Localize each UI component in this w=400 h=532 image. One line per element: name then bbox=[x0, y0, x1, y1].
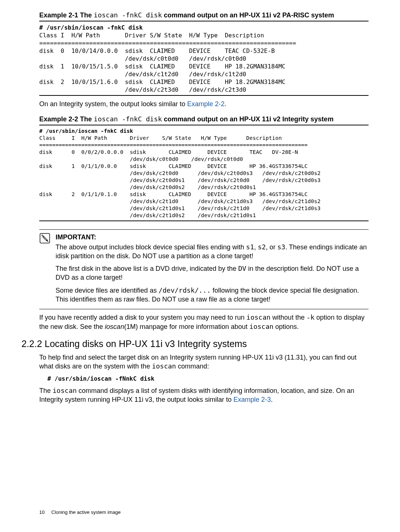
ai-c3: ioscan bbox=[249, 323, 273, 330]
sec-p2-c: ioscan bbox=[53, 387, 77, 394]
ex1-output-block: # /usr/sbin/ioscan -fnkC disk Class I H/… bbox=[39, 24, 369, 94]
ex1-cmd: # /usr/sbin/ioscan -fnkC disk bbox=[39, 24, 143, 31]
imp-p1-b: , bbox=[254, 243, 258, 251]
ex2-cmd: # /usr/sbin/ioscan -fnkC disk bbox=[39, 128, 133, 134]
imp-p3-a: Some device files are identified as bbox=[56, 287, 159, 294]
imp-rule-bottom bbox=[39, 309, 369, 309]
example-2-1-title: Example 2-1 The ioscan -fnkC disk comman… bbox=[39, 11, 369, 19]
imp-p1-a: The above output includes block device s… bbox=[56, 243, 246, 251]
ex2-output: Class I H/W Path Driver S/W State H/W Ty… bbox=[39, 135, 321, 218]
ai-c2: -k bbox=[306, 313, 314, 321]
ai-d: (1M) manpage for more information about bbox=[124, 323, 249, 330]
footer-chapter-title: Cloning the active system image bbox=[51, 509, 120, 515]
after-imp-para: If you have recently added a disk to you… bbox=[39, 313, 369, 331]
ex2-title-suffix: command output on an HP-UX 11i v2 Integr… bbox=[162, 115, 333, 123]
ai-e: options. bbox=[273, 323, 299, 330]
sec-p2-link[interactable]: Example 2-3 bbox=[233, 396, 271, 403]
imp-rule-top bbox=[39, 229, 369, 230]
imp-p3-c: /dev/rdsk/... bbox=[159, 286, 211, 294]
important-block: IMPORTANT: The above output includes blo… bbox=[39, 233, 369, 307]
imp-p1: The above output includes block device s… bbox=[56, 243, 369, 261]
imp-p3: Some device files are identified as /dev… bbox=[56, 286, 369, 304]
ex1-title-suffix: command output on an HP-UX 11i v2 PA-RIS… bbox=[162, 11, 334, 19]
sec-p2-a: The bbox=[39, 387, 53, 394]
ex1-rule-top bbox=[39, 21, 369, 21]
sec-cmd: # /usr/sbin/ioscan -fNnkC disk bbox=[47, 375, 369, 383]
sec-p2-d: . bbox=[271, 396, 273, 403]
ex1-rule-bottom bbox=[39, 95, 369, 96]
imp-p1-c: , or bbox=[266, 243, 277, 251]
ex2-rule-bottom bbox=[39, 220, 369, 221]
ai-it: ioscan bbox=[105, 323, 124, 330]
svg-rect-0 bbox=[40, 233, 50, 243]
imp-p1-c1: s1 bbox=[246, 243, 254, 251]
ex1-output: Class I H/W Path Driver S/W State H/W Ty… bbox=[39, 32, 296, 93]
sec-p2: The ioscan command displays a list of sy… bbox=[39, 386, 369, 404]
imp-p1-c3: s3 bbox=[277, 243, 286, 251]
ai-a: If you have recently added a disk to you… bbox=[39, 314, 246, 321]
example-2-2-title: Example 2-2 The ioscan -fnkC disk comman… bbox=[39, 115, 369, 123]
ai-c1: ioscan bbox=[246, 313, 270, 321]
inter1-link[interactable]: Example 2-2 bbox=[187, 100, 224, 108]
inter1-post: . bbox=[224, 100, 226, 108]
imp-p1-c2: s2 bbox=[258, 243, 266, 251]
ex2-title-prefix: Example 2-2 The bbox=[39, 115, 94, 123]
sec-p1-b: command: bbox=[176, 363, 209, 370]
ex1-title-prefix: Example 2-1 The bbox=[39, 11, 94, 19]
ex2-rule-top bbox=[39, 125, 369, 125]
imp-p2-c: DV bbox=[238, 265, 246, 272]
ex2-output-block: # /usr/sbin/ioscan -fnkC disk Class I H/… bbox=[39, 128, 369, 219]
inter-para-1: On an Integrity system, the output looks… bbox=[39, 100, 369, 108]
imp-p2-a: The first disk in the above list is a DV… bbox=[56, 265, 238, 272]
important-icon bbox=[39, 233, 50, 307]
sec-p1-c: ioscan bbox=[152, 362, 176, 370]
sec-p1: To help find and select the target disk … bbox=[39, 353, 369, 371]
imp-p2: The first disk in the above list is a DV… bbox=[56, 264, 369, 282]
important-label: IMPORTANT: bbox=[56, 233, 369, 242]
ai-b: without the bbox=[270, 314, 306, 321]
sec-p2-b: command displays a list of system disks … bbox=[39, 387, 354, 403]
ex1-title-code: ioscan -fnkC disk bbox=[94, 11, 162, 19]
footer-page-number: 10 bbox=[39, 509, 44, 515]
inter1-pre: On an Integrity system, the output looks… bbox=[39, 100, 187, 108]
ex2-title-code: ioscan -fnkC disk bbox=[94, 115, 162, 123]
section-title-2-2-2: 2.2.2 Locating disks on HP-UX 11i v3 Int… bbox=[21, 339, 369, 349]
page-footer: 10Cloning the active system image bbox=[39, 509, 121, 515]
